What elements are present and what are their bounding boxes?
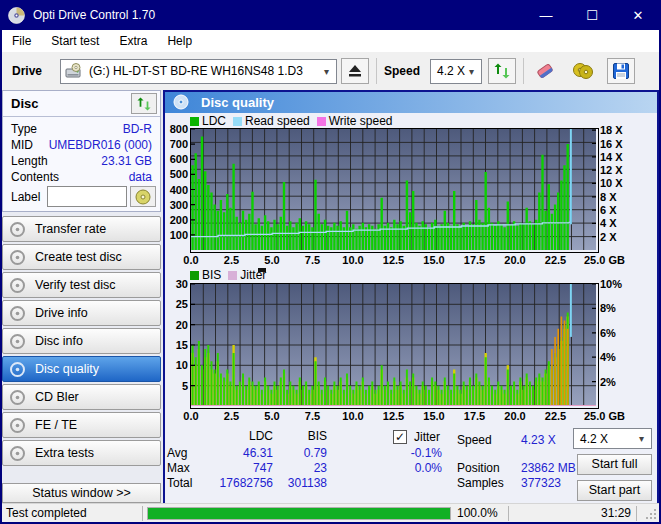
position-stat-value: 23862 MB xyxy=(521,461,576,475)
x-axis-tick: 10.0 xyxy=(342,254,363,266)
progress-percent: 100.0% xyxy=(457,506,498,520)
read-speed-swatch xyxy=(233,117,242,126)
menu-help[interactable]: Help xyxy=(157,30,202,52)
window-title: Opti Drive Control 1.70 xyxy=(33,8,155,22)
y-axis-tick: 5 xyxy=(182,380,188,392)
menu-start-test[interactable]: Start test xyxy=(41,30,109,52)
x-axis-tick: 15.0 xyxy=(423,254,444,266)
y2-axis-tick: 4 X xyxy=(600,217,617,229)
x-axis-tick: 20.0 xyxy=(504,254,525,266)
drive-label: Drive xyxy=(12,64,42,78)
statusbar-separator xyxy=(636,506,637,521)
avg-bis-value: 0.79 xyxy=(277,446,327,460)
eraser-icon xyxy=(535,62,555,80)
x-axis-tick: 22.5 xyxy=(545,410,566,422)
x-axis-tick: 5.0 xyxy=(264,254,279,266)
write-speed-swatch xyxy=(317,117,326,126)
nav-create-test-disc[interactable]: Create test disc xyxy=(2,244,161,270)
status-window-button[interactable]: Status window >> xyxy=(2,483,161,503)
menu-file[interactable]: File xyxy=(2,30,41,52)
nav-drive-info[interactable]: Drive info xyxy=(2,300,161,326)
y-axis-tick: 300 xyxy=(170,199,188,211)
avg-row-label: Avg xyxy=(167,446,187,460)
y2-axis-tick: 10 X xyxy=(600,177,623,189)
resize-grip[interactable] xyxy=(645,508,657,520)
minimize-button[interactable]: — xyxy=(523,0,569,30)
y2-axis-tick: 2 X xyxy=(600,231,617,243)
refresh-speed-button[interactable] xyxy=(488,58,516,84)
nav-label: Drive info xyxy=(35,306,88,320)
nav-extra-tests[interactable]: Extra tests xyxy=(2,440,161,466)
nav-cd-bler[interactable]: CD Bler xyxy=(2,384,161,410)
drive-combobox[interactable]: (G:) HL-DT-ST BD-RE WH16NS48 1.D3 ▾ xyxy=(60,59,337,84)
samples-stat-value: 377323 xyxy=(521,476,561,490)
total-ldc-value: 17682756 xyxy=(195,476,273,490)
nav-verify-test-disc[interactable]: Verify test disc xyxy=(2,272,161,298)
disc-length-label: Length xyxy=(11,154,48,168)
x-axis-tick: 0.0 xyxy=(183,254,198,266)
start-part-button[interactable]: Start part xyxy=(577,480,652,501)
y-axis-tick: 500 xyxy=(170,168,188,180)
y2-axis-tick: 8% xyxy=(600,302,616,314)
drive-value: (G:) HL-DT-ST BD-RE WH16NS48 1.D3 xyxy=(89,64,303,78)
discs-button[interactable] xyxy=(569,58,597,84)
sidebar: Disc Type BD-R MID UMEBDR016 (000) Lengt… xyxy=(2,90,163,503)
total-row-label: Total xyxy=(167,476,192,490)
speed-stat-value: 4.23 X xyxy=(521,433,556,447)
statusbar-separator xyxy=(508,506,509,521)
title-bar: Opti Drive Control 1.70 — ☐ ✕ xyxy=(0,0,661,30)
max-row-label: Max xyxy=(167,461,190,475)
y-axis-tick: 10 xyxy=(176,359,188,371)
y2-axis-tick: 18 X xyxy=(600,124,623,136)
x-axis-tick: 25.0 GB xyxy=(584,254,625,266)
disc-icon xyxy=(10,418,25,433)
maximize-button[interactable]: ☐ xyxy=(569,0,615,30)
statusbar-separator xyxy=(142,506,143,521)
disc-type-row: Type BD-R xyxy=(11,122,152,136)
chevron-down-icon: ▾ xyxy=(639,433,644,444)
save-icon xyxy=(613,63,629,79)
menu-extra[interactable]: Extra xyxy=(109,30,157,52)
eject-button[interactable] xyxy=(341,58,369,84)
disc-contents-value: data xyxy=(129,170,152,184)
disc-icon xyxy=(10,222,25,237)
nav-transfer-rate[interactable]: Transfer rate xyxy=(2,216,161,242)
save-button[interactable] xyxy=(607,58,635,84)
speed-combobox[interactable]: 4.2 X ▾ xyxy=(430,59,482,84)
y2-axis-tick: 16 X xyxy=(600,138,623,150)
app-window: Opti Drive Control 1.70 — ☐ ✕ File Start… xyxy=(0,0,661,524)
x-axis-tick: 0.0 xyxy=(183,410,198,422)
y-axis-tick: 800 xyxy=(170,123,188,135)
nav-fe-te[interactable]: FE / TE xyxy=(2,412,161,438)
max-bis-value: 23 xyxy=(277,461,327,475)
status-bar: Test completed 100.0% 31:29 xyxy=(2,503,659,522)
nav-disc-quality[interactable]: Disc quality xyxy=(2,356,161,382)
bis-jitter-chart xyxy=(190,283,599,409)
disc-type-value: BD-R xyxy=(123,122,152,136)
start-full-button[interactable]: Start full xyxy=(577,454,652,475)
ldc-column-header: LDC xyxy=(195,429,273,443)
speed-stat-label: Speed xyxy=(457,433,492,447)
disc-icon xyxy=(10,446,25,461)
disc-label-input[interactable] xyxy=(47,186,127,207)
position-stat-label: Position xyxy=(457,461,500,475)
y-axis-tick: 200 xyxy=(170,214,188,226)
x-axis-tick: 2.5 xyxy=(224,410,239,422)
write-speed-legend-label: Write speed xyxy=(329,114,393,128)
disc-icon xyxy=(10,306,25,321)
erase-disc-button[interactable] xyxy=(531,58,559,84)
speed-select-combobox[interactable]: 4.2 X ▾ xyxy=(573,428,652,449)
close-button[interactable]: ✕ xyxy=(615,0,661,30)
chevron-down-icon: ▾ xyxy=(469,66,474,77)
disc-mid-row: MID UMEBDR016 (000) xyxy=(11,138,152,152)
toolbar: Drive (G:) HL-DT-ST BD-RE WH16NS48 1.D3 … xyxy=(2,52,659,90)
jitter-checkbox[interactable]: ✓ xyxy=(393,430,407,444)
samples-stat-label: Samples xyxy=(457,476,504,490)
disc-icon xyxy=(10,278,25,293)
disc-icon xyxy=(10,334,25,349)
disc-label-button[interactable] xyxy=(130,186,156,207)
x-axis-tick: 17.5 xyxy=(464,254,485,266)
nav-disc-info[interactable]: Disc info xyxy=(2,328,161,354)
nav-label: Verify test disc xyxy=(35,278,116,292)
refresh-disc-button[interactable] xyxy=(131,93,157,114)
